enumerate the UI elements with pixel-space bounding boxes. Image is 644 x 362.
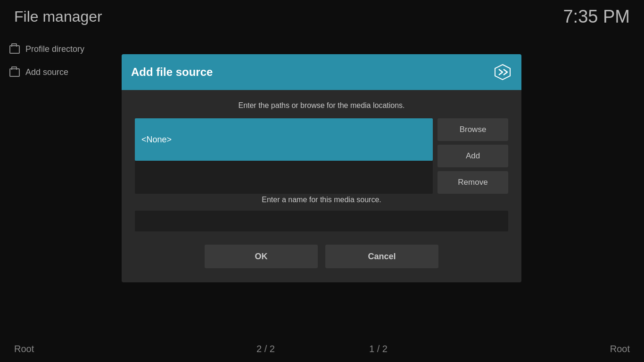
ok-cancel-row: OK Cancel bbox=[135, 245, 508, 268]
sidebar-item-add-source[interactable]: Add source bbox=[0, 61, 118, 84]
remove-button[interactable]: Remove bbox=[438, 171, 508, 194]
bottom-left-label: Root bbox=[14, 344, 34, 354]
browse-button[interactable]: Browse bbox=[438, 118, 508, 141]
sidebar: Profile directory Add source bbox=[0, 38, 118, 84]
kodi-logo-icon bbox=[493, 63, 512, 82]
name-input[interactable] bbox=[135, 211, 508, 231]
sidebar-item-profile-directory[interactable]: Profile directory bbox=[0, 38, 118, 61]
buttons-col: Browse Add Remove bbox=[438, 118, 508, 194]
bottom-bar: Root 2 / 2 1 / 2 Root bbox=[0, 336, 644, 362]
bottom-center: 2 / 2 1 / 2 bbox=[256, 344, 388, 354]
folder-icon bbox=[9, 45, 20, 54]
ok-button[interactable]: OK bbox=[205, 245, 318, 268]
bottom-right-label: Root bbox=[610, 344, 630, 354]
sidebar-item-label: Profile directory bbox=[25, 44, 84, 54]
cancel-button[interactable]: Cancel bbox=[325, 245, 438, 268]
dialog-body: Enter the paths or browse for the media … bbox=[122, 90, 521, 282]
folder-icon-2 bbox=[9, 68, 20, 77]
path-input[interactable] bbox=[135, 118, 433, 161]
bottom-right-pager: 1 / 2 bbox=[369, 344, 388, 354]
dialog-instruction: Enter the paths or browse for the media … bbox=[135, 101, 508, 110]
dialog: Add file source Enter the paths or brows… bbox=[122, 54, 521, 282]
name-instruction: Enter a name for this media source. bbox=[135, 196, 508, 204]
dialog-title: Add file source bbox=[131, 66, 213, 79]
dialog-header: Add file source bbox=[122, 54, 521, 90]
bottom-left-pager: 2 / 2 bbox=[256, 344, 275, 354]
sidebar-item-label-2: Add source bbox=[25, 67, 68, 77]
clock: 7:35 PM bbox=[563, 7, 630, 27]
add-button[interactable]: Add bbox=[438, 145, 508, 167]
top-bar: File manager 7:35 PM bbox=[0, 0, 644, 33]
app-title: File manager bbox=[14, 8, 102, 25]
paths-list bbox=[135, 161, 433, 194]
path-row: Browse Add Remove bbox=[135, 118, 508, 194]
